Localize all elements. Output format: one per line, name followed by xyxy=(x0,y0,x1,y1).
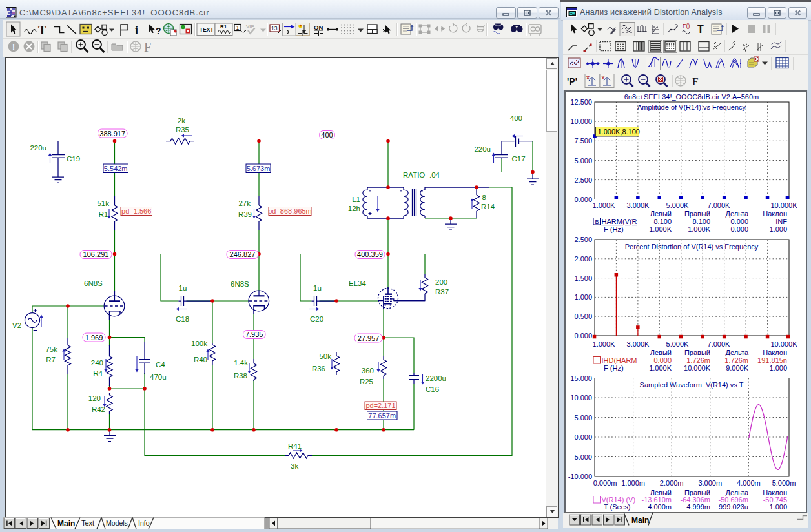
svg-text:Amplitude of V(R14) vs Frequen: Amplitude of V(R14) vs Frequency xyxy=(637,103,746,111)
svg-text:C18: C18 xyxy=(176,315,189,323)
svg-text:R7: R7 xyxy=(46,356,56,363)
svg-text:Sampled Waveform V(R14) vs T: Sampled Waveform V(R14) vs T xyxy=(640,381,744,389)
svg-text:5.000m: 5.000m xyxy=(772,479,796,487)
svg-text:ON: ON xyxy=(314,24,323,31)
svg-text:5.542m: 5.542m xyxy=(104,165,128,172)
svg-text:0.000: 0.000 xyxy=(730,218,748,225)
svg-text:V(R14) (V): V(R14) (V) xyxy=(602,496,636,504)
svg-text:R35: R35 xyxy=(176,126,189,134)
svg-text:F (Hz): F (Hz) xyxy=(604,225,624,233)
svg-text:0.000m: 0.000m xyxy=(593,479,617,487)
svg-text:5.000: 5.000 xyxy=(574,414,592,422)
svg-text:Main: Main xyxy=(57,519,75,528)
svg-text:12h: 12h xyxy=(348,205,360,212)
svg-text:9.000K: 9.000K xyxy=(726,364,749,372)
svg-text:Правый: Правый xyxy=(684,210,710,218)
svg-text:2.500: 2.500 xyxy=(574,176,592,184)
svg-text:Наклон: Наклон xyxy=(763,210,787,218)
svg-text:1.000K: 1.000K xyxy=(649,364,672,372)
svg-text:100k: 100k xyxy=(191,340,207,347)
svg-text:-50.696m: -50.696m xyxy=(719,496,748,504)
svg-text:Info: Info xyxy=(138,519,150,527)
svg-text:10.000: 10.000 xyxy=(570,394,592,402)
svg-text:1.000K: 1.000K xyxy=(688,225,711,233)
svg-text:1.000K: 1.000K xyxy=(649,225,672,233)
svg-text:Дельта: Дельта xyxy=(725,210,748,218)
svg-text:HARM(V(R: HARM(V(R xyxy=(602,218,637,225)
svg-text:7.000K: 7.000K xyxy=(708,340,731,348)
svg-text:1: 1 xyxy=(236,25,240,31)
svg-text:x: x xyxy=(586,74,590,81)
svg-text:R25: R25 xyxy=(360,378,373,385)
svg-text:470u: 470u xyxy=(150,373,167,381)
svg-text:L1: L1 xyxy=(352,196,360,203)
svg-text:Percent Distortion of V(R14) v: Percent Distortion of V(R14) vs Frequenc… xyxy=(625,243,759,251)
svg-text:240: 240 xyxy=(91,359,103,367)
svg-text:-64.306m: -64.306m xyxy=(681,496,710,504)
svg-text:10.000: 10.000 xyxy=(570,118,592,125)
svg-text:F: F xyxy=(144,40,151,54)
svg-text:2200u: 2200u xyxy=(426,374,446,382)
svg-text:1.000: 1.000 xyxy=(769,503,787,511)
svg-text:15.000: 15.000 xyxy=(570,374,592,382)
svg-text:Левый: Левый xyxy=(650,210,672,218)
svg-text:13: 13 xyxy=(271,25,278,32)
svg-text:220u: 220u xyxy=(30,144,46,152)
svg-text:T: T xyxy=(38,23,46,37)
svg-text:2.500: 2.500 xyxy=(574,236,592,243)
svg-text:pd=2.171: pd=2.171 xyxy=(365,402,395,409)
svg-text:R1: R1 xyxy=(99,210,108,218)
svg-text:220u: 220u xyxy=(474,145,491,153)
svg-text:75k: 75k xyxy=(45,345,57,353)
svg-text:C4: C4 xyxy=(156,361,165,369)
svg-text:8.100: 8.100 xyxy=(653,218,672,225)
svg-text:Models: Models xyxy=(106,519,128,527)
svg-text:R4: R4 xyxy=(93,369,103,377)
svg-text:Main: Main xyxy=(631,516,649,525)
svg-text:0.500: 0.500 xyxy=(574,312,592,320)
svg-text:191.815n: 191.815n xyxy=(757,356,787,364)
svg-text:R1: R1 xyxy=(220,24,227,30)
svg-text:-5.000: -5.000 xyxy=(572,453,592,461)
svg-text:-13.610m: -13.610m xyxy=(642,496,672,504)
svg-text:400.359: 400.359 xyxy=(357,251,383,258)
svg-text:1.000: 1.000 xyxy=(769,225,787,233)
svg-text:2k: 2k xyxy=(178,117,185,125)
svg-text:246.827: 246.827 xyxy=(230,251,256,258)
svg-text:-50.745: -50.745 xyxy=(763,496,787,504)
svg-text:200: 200 xyxy=(435,278,447,286)
svg-text:pd=868.965m: pd=868.965m xyxy=(268,207,312,215)
svg-text:R42: R42 xyxy=(92,405,105,413)
svg-text:1.500: 1.500 xyxy=(574,274,592,282)
svg-text:Наклон: Наклон xyxy=(763,349,787,356)
svg-text:RATIO=.04: RATIO=.04 xyxy=(403,171,440,179)
svg-text:C16: C16 xyxy=(426,385,439,393)
svg-text:B: B xyxy=(595,219,599,225)
svg-text:6N8S: 6N8S xyxy=(84,280,103,287)
svg-text:5.000K: 5.000K xyxy=(666,340,690,348)
svg-text:7.500: 7.500 xyxy=(574,137,592,145)
svg-text:1.000K: 1.000K xyxy=(593,340,616,348)
svg-text:F (Hz): F (Hz) xyxy=(604,364,624,372)
svg-text:C19: C19 xyxy=(67,155,80,163)
svg-text:4.999m: 4.999m xyxy=(686,503,710,511)
svg-text:R14: R14 xyxy=(481,203,495,210)
svg-text:3k: 3k xyxy=(291,462,298,470)
svg-text:'P': 'P' xyxy=(567,76,577,87)
svg-text:6n8c+SEEL34!_OOOC8dB.cir V2.A=: 6n8c+SEEL34!_OOOC8dB.cir V2.A=560m xyxy=(624,93,759,101)
svg-text:C20: C20 xyxy=(310,315,323,323)
svg-text:0.000: 0.000 xyxy=(653,356,672,364)
svg-text:5.673m: 5.673m xyxy=(247,165,271,172)
svg-text:R40: R40 xyxy=(194,356,207,363)
svg-text:6N8S: 6N8S xyxy=(231,280,249,288)
svg-text:10.000K: 10.000K xyxy=(771,340,798,348)
svg-text:R41: R41 xyxy=(288,442,302,450)
svg-text:999.023u: 999.023u xyxy=(719,503,748,511)
svg-text:3.000K: 3.000K xyxy=(627,340,650,348)
svg-text:4.000m: 4.000m xyxy=(648,503,672,511)
svg-text:7.935: 7.935 xyxy=(245,331,263,338)
svg-text:4.000m: 4.000m xyxy=(737,479,761,487)
svg-text:8: 8 xyxy=(482,194,486,201)
svg-text:1.000: 1.000 xyxy=(769,364,787,372)
svg-text:5.000: 5.000 xyxy=(574,157,592,165)
